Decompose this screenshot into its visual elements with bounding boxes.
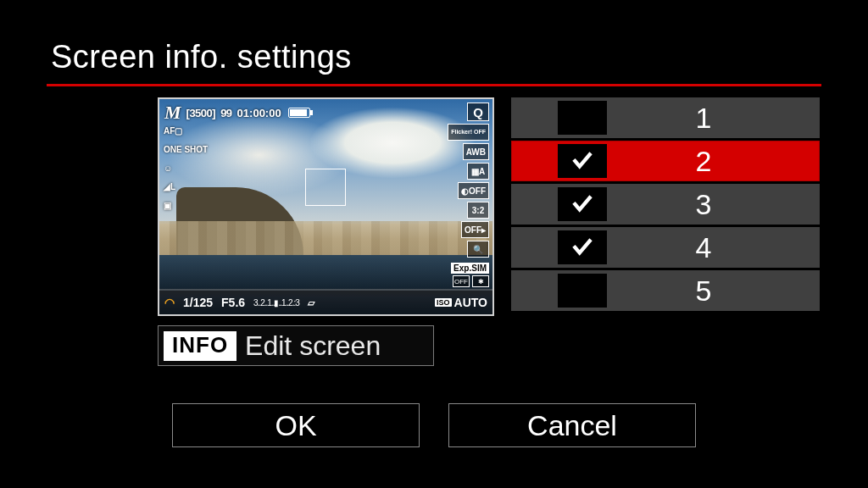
expsim-badge: Exp.SIM [451, 263, 489, 274]
preview-hud-top: M [3500] 99 01:00:00 [164, 102, 487, 124]
aperture: F5.6 [221, 296, 245, 309]
quality-icon: ◢L [164, 179, 208, 194]
picture-style-icon: ▦A [467, 163, 489, 180]
option-5-label: 5 [511, 274, 820, 308]
preview-hud-left: AF▢ ONE SHOT ☺ ◢L ▣ [164, 123, 208, 213]
option-list: 1 2 3 4 5 [511, 97, 820, 311]
edit-screen-button[interactable]: INFO Edit screen [158, 325, 434, 366]
flash-comp-icon: ▱ [308, 297, 314, 308]
metering-icon: ▣ [164, 197, 208, 213]
shots-bracket: [3500] [186, 107, 216, 119]
title-divider [47, 84, 821, 86]
touch-shutter-icon: OFF▸ [461, 221, 489, 238]
option-2[interactable]: 2 [511, 141, 820, 181]
aspect-ratio-label: 3:2 [467, 202, 489, 219]
preview-hud-right: Q Flicker! OFF AWB ▦A ◐OFF 3:2 OFF▸ 🔍 [448, 103, 489, 258]
wifi-icon: OFF [453, 275, 470, 287]
bluetooth-icon: ✱ [472, 275, 489, 287]
exposure-scale: 3..2..1..▮..1..2.:3 [253, 298, 299, 308]
rec-time: 01:00:00 [237, 107, 281, 119]
iso-badge: ISO [435, 298, 452, 307]
option-1-label: 1 [511, 102, 820, 135]
page-title: Screen info. settings [51, 39, 352, 75]
dial-icon: ◠ [164, 296, 175, 309]
af-mode-icon: AF▢ [164, 123, 208, 138]
magnify-icon: 🔍 [467, 241, 489, 258]
expsim-area: Exp.SIM OFF ✱ [451, 263, 489, 287]
iso-value: AUTO [454, 296, 487, 309]
drive-mode-label: ONE SHOT [164, 141, 208, 157]
shutter-speed: 1/125 [183, 296, 213, 309]
edit-screen-label: Edit screen [245, 330, 381, 362]
awb-icon: AWB [463, 143, 489, 160]
ok-button[interactable]: OK [172, 403, 420, 447]
noise-reduction-icon: ◐OFF [458, 182, 489, 199]
option-1[interactable]: 1 [511, 97, 820, 138]
flicker-icon: Flicker! OFF [448, 124, 489, 141]
cancel-button[interactable]: Cancel [448, 403, 696, 447]
option-4-label: 4 [511, 231, 820, 264]
shots-remaining: 99 [220, 107, 231, 119]
q-menu-icon: Q [467, 103, 489, 121]
option-3[interactable]: 3 [511, 184, 820, 225]
battery-icon [288, 108, 310, 118]
af-point-icon [305, 169, 346, 206]
shooting-mode: M [164, 102, 181, 124]
option-4[interactable]: 4 [511, 227, 820, 268]
option-5[interactable]: 5 [511, 270, 820, 311]
option-2-label: 2 [511, 145, 820, 178]
face-detect-icon: ☺ [164, 160, 208, 175]
screen-preview: M [3500] 99 01:00:00 AF▢ ONE SHOT ☺ ◢L ▣… [158, 97, 494, 316]
button-row: OK Cancel [0, 403, 868, 447]
option-3-label: 3 [511, 188, 820, 221]
info-badge: INFO [164, 331, 236, 361]
preview-hud-bottom: ◠ 1/125 F5.6 3..2..1..▮..1..2.:3 ▱ ISO A… [159, 291, 492, 314]
